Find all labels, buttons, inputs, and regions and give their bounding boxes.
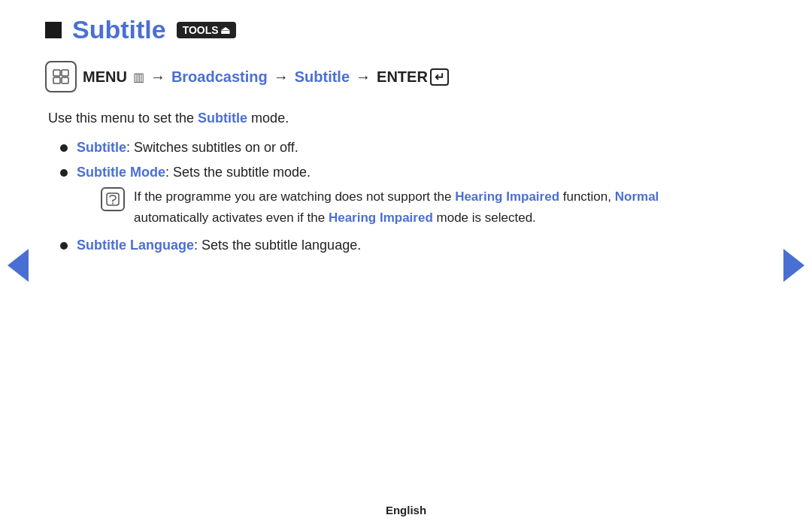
list-item: Subtitle Mode: Sets the subtitle mode. I… bbox=[60, 165, 692, 229]
left-arrow-icon bbox=[8, 249, 29, 282]
bullet-dot bbox=[60, 144, 68, 152]
description-text: Use this menu to set the Subtitle mode. bbox=[48, 111, 692, 126]
footer-language: English bbox=[386, 504, 426, 516]
tools-badge: TOOLS⏏ bbox=[177, 22, 236, 38]
subtitle-mode-link: Subtitle Mode bbox=[77, 165, 165, 180]
svg-rect-0 bbox=[53, 70, 60, 76]
breadcrumb: MENU ▥ → Broadcasting → Subtitle → ENTER… bbox=[45, 61, 692, 92]
note-text: If the programme you are watching does n… bbox=[134, 186, 692, 229]
breadcrumb-arrow-3: → bbox=[356, 68, 371, 86]
svg-rect-1 bbox=[62, 70, 68, 76]
hearing-impaired-link-2: Hearing Impaired bbox=[329, 210, 433, 225]
list-item-rest: : Sets the subtitle mode. bbox=[165, 165, 311, 180]
right-arrow-icon bbox=[783, 249, 804, 282]
svg-point-5 bbox=[112, 203, 114, 204]
bullet-list: Subtitle: Switches subtitles on or off. … bbox=[60, 140, 692, 253]
description-subtitle-link: Subtitle bbox=[198, 111, 247, 126]
bullet-dot bbox=[60, 169, 68, 177]
menu-icon bbox=[45, 61, 77, 92]
breadcrumb-broadcasting: Broadcasting bbox=[171, 68, 268, 86]
page-title: Subtitle bbox=[72, 15, 166, 44]
normal-link: Normal bbox=[615, 189, 659, 204]
svg-rect-3 bbox=[62, 77, 68, 83]
list-item-text: Subtitle: Switches subtitles on or off. bbox=[77, 140, 298, 156]
list-item-rest: : Switches subtitles on or off. bbox=[126, 140, 298, 155]
page-content: Subtitle TOOLS⏏ MENU ▥ → Broadcasting → … bbox=[0, 0, 752, 277]
breadcrumb-arrow-2: → bbox=[274, 68, 289, 86]
breadcrumb-enter: ENTER↵ bbox=[377, 68, 449, 86]
bullet-dot bbox=[60, 242, 68, 250]
note-icon bbox=[101, 187, 125, 211]
nav-left-button[interactable] bbox=[8, 249, 29, 282]
enter-icon: ↵ bbox=[430, 68, 449, 86]
menu-bars-icon: ▥ bbox=[133, 70, 144, 84]
menu-label: MENU bbox=[83, 68, 127, 86]
list-item-text: Subtitle Language: Sets the subtitle lan… bbox=[77, 238, 361, 253]
nav-right-button[interactable] bbox=[783, 249, 804, 282]
svg-rect-2 bbox=[53, 77, 60, 83]
breadcrumb-subtitle: Subtitle bbox=[295, 68, 350, 86]
note-block: If the programme you are watching does n… bbox=[101, 186, 692, 229]
title-row: Subtitle TOOLS⏏ bbox=[45, 15, 692, 44]
list-item-text: Subtitle Mode: Sets the subtitle mode. bbox=[77, 165, 311, 180]
hearing-impaired-link-1: Hearing Impaired bbox=[455, 189, 559, 204]
black-square-icon bbox=[45, 22, 62, 38]
breadcrumb-arrow-1: → bbox=[150, 68, 165, 86]
list-item-rest: : Sets the subtitle language. bbox=[194, 238, 361, 253]
list-item: Subtitle: Switches subtitles on or off. bbox=[60, 140, 692, 156]
subtitle-link: Subtitle bbox=[77, 140, 126, 155]
list-item-with-note: Subtitle Mode: Sets the subtitle mode. I… bbox=[77, 165, 692, 229]
subtitle-language-link: Subtitle Language bbox=[77, 238, 194, 253]
list-item: Subtitle Language: Sets the subtitle lan… bbox=[60, 238, 692, 253]
